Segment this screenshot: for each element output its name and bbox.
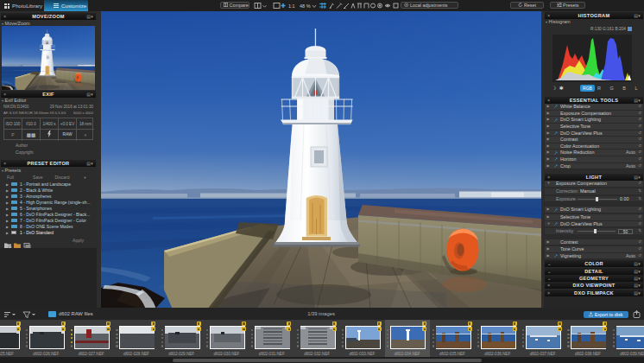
svg-text:48 %: 48 % [300,3,311,9]
svg-text:1:1: 1:1 [288,3,295,9]
